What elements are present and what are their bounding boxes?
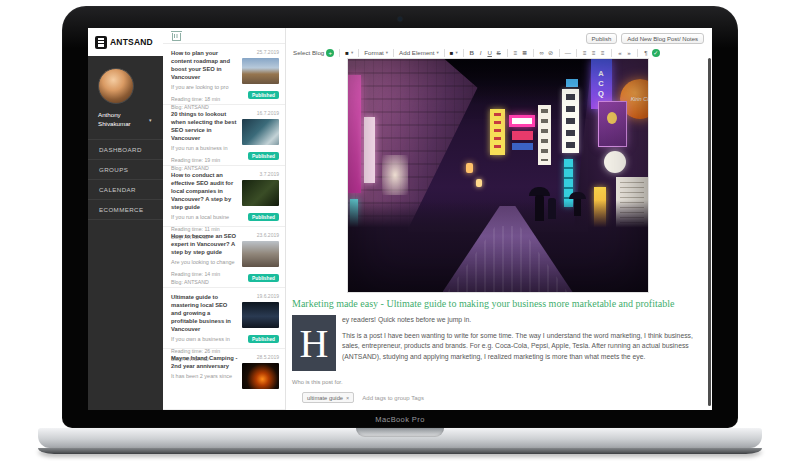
add-element-dropdown[interactable]: Add Element ▾ (399, 49, 439, 56)
post-body: H ey readers! Quick notes before we jump… (292, 315, 703, 371)
sidebar-item-ecommerce[interactable]: ECOMMERCE (88, 199, 163, 220)
tag-chip[interactable]: ultimate guide × (302, 392, 354, 403)
add-new-post-button[interactable]: Add New Blog Post/ Notes (621, 33, 704, 44)
align-left-icon[interactable]: ≡ (582, 49, 588, 56)
unlink-icon[interactable]: ⊘ (548, 49, 554, 56)
sidebar-dark-panel: Anthony Shivakumar ▾ DASHBOARD GROUPS CA… (88, 56, 163, 410)
sidebar-item-groups[interactable]: GROUPS (88, 159, 163, 179)
remove-tag-icon[interactable]: × (346, 395, 349, 401)
post-list-item[interactable]: 20 things to lookout when selecting the … (163, 105, 285, 166)
color-swatch-icon: ■ (345, 50, 349, 56)
post-thumbnail (242, 241, 279, 267)
paragraph-icon[interactable]: ¶ (643, 49, 649, 56)
chevron-down-icon: ▾ (386, 50, 388, 55)
select-blog-label: Select Blog (293, 49, 324, 56)
post-thumbnail (242, 302, 279, 328)
paragraph[interactable]: Who is this post for. (292, 379, 705, 385)
post-blog: Blog: ANTSAND (171, 278, 238, 286)
neon-sign (509, 115, 535, 127)
post-meta (171, 400, 238, 405)
sidebar-item-dashboard[interactable]: DASHBOARD (88, 139, 163, 159)
text-color-dropdown[interactable]: ■ ▾ (345, 50, 353, 56)
color-swatch-icon: ■ (450, 50, 454, 56)
tag-label: ultimate guide (307, 395, 343, 401)
underline-icon[interactable]: U (487, 49, 493, 56)
neon-sign (598, 101, 627, 147)
post-date: 3.7.2019 (260, 171, 279, 177)
post-title: 20 things to lookout when selecting the … (171, 110, 238, 142)
post-list-item[interactable]: Mayne Island Camping - 2nd year annivers… (163, 349, 285, 410)
sidebar-item-calendar[interactable]: CALENDAR (88, 179, 163, 199)
person-silhouette (548, 198, 556, 219)
sidebar: ANTSAND Anthony Shivakumar ▾ DASHBOARD G… (88, 28, 163, 410)
post-reading-time: Reading time: 14 min (171, 270, 238, 278)
bold-icon[interactable]: B (469, 49, 475, 56)
drop-cap: H (292, 315, 336, 371)
post-side: 28.5.2019 (241, 354, 279, 405)
format-dropdown[interactable]: Format ▾ (364, 49, 388, 56)
post-info: How to conduct an effective SEO audit fo… (171, 171, 241, 222)
post-thumbnail (242, 58, 279, 84)
user-menu[interactable]: Anthony Shivakumar ▾ (98, 111, 163, 129)
status-badge: Published (248, 213, 279, 221)
strikethrough-icon[interactable]: S (496, 49, 502, 56)
post-list-item[interactable]: How to become an SEO expert in Vancouver… (163, 227, 285, 288)
post-list-item[interactable]: How to plan your content roadmap and boo… (163, 44, 285, 105)
post-title: How to become an SEO expert in Vancouver… (171, 232, 238, 256)
post-date: 28.5.2019 (257, 354, 279, 360)
chevron-down-icon: ▾ (149, 117, 152, 123)
post-title: How to conduct an effective SEO audit fo… (171, 171, 238, 212)
logo[interactable]: ANTSAND (88, 28, 163, 56)
post-thumbnail (242, 180, 279, 206)
logo-text: ANTSAND (110, 37, 153, 47)
unordered-list-icon[interactable]: ≣ (522, 49, 528, 56)
post-title-heading[interactable]: Marketing made easy - Ultimate guide to … (292, 298, 705, 309)
indent-icon[interactable]: » (626, 49, 632, 56)
post-hero-image[interactable]: ACQ Kirin Ci (347, 58, 649, 293)
post-info: Ultimate guide to mastering local SEO an… (171, 293, 241, 344)
status-badge: Published (248, 91, 279, 99)
neon-sign (566, 79, 578, 87)
ordered-list-icon[interactable]: ≡ (513, 49, 519, 56)
tag-input[interactable] (360, 394, 494, 402)
vertical-sign (562, 89, 579, 153)
post-date: 23.6.2019 (257, 232, 279, 238)
trash-icon[interactable] (172, 33, 181, 41)
post-side: 23.6.2019 Published (241, 232, 279, 283)
background-color-dropdown[interactable]: ■ ▾ (450, 50, 458, 56)
post-list-item[interactable]: How to conduct an effective SEO audit fo… (163, 166, 285, 227)
macbook-mockup: ANTSAND Anthony Shivakumar ▾ DASHBOARD G… (0, 0, 800, 461)
post-info: 20 things to lookout when selecting the … (171, 110, 241, 161)
add-element-label: Add Element (399, 49, 434, 56)
post-side: 3.7.2019 Published (241, 171, 279, 222)
app-window: ANTSAND Anthony Shivakumar ▾ DASHBOARD G… (88, 28, 712, 410)
publish-button[interactable]: Publish (586, 33, 618, 44)
chevron-down-icon: ▾ (455, 50, 457, 55)
post-excerpt: It has been 2 years since (171, 373, 238, 379)
italic-icon[interactable]: I (478, 49, 484, 56)
scrollbar[interactable] (708, 58, 711, 406)
format-label: Format (364, 49, 384, 56)
post-side: 16.7.2019 Published (241, 110, 279, 161)
tags-bar: ultimate guide × (302, 392, 695, 403)
status-badge: Published (248, 274, 279, 282)
avatar[interactable] (98, 68, 134, 104)
align-center-icon[interactable]: ≡ (591, 49, 597, 56)
link-icon[interactable]: ∞ (539, 49, 545, 56)
chevron-down-icon: ▾ (351, 50, 353, 55)
post-side: 25.7.2019 Published (241, 49, 279, 100)
neon-sign (348, 75, 361, 193)
post-title: How to plan your content roadmap and boo… (171, 49, 238, 81)
post-date: 16.7.2019 (257, 110, 279, 116)
align-right-icon[interactable]: ≡ (600, 49, 606, 56)
post-side: 19.6.2019 Published (241, 293, 279, 344)
user-name: Anthony Shivakumar (98, 111, 144, 129)
paragraph[interactable]: ey readers! Quick notes before we jump i… (342, 315, 703, 326)
status-badge: Published (248, 152, 279, 160)
post-paragraphs: ey readers! Quick notes before we jump i… (342, 315, 703, 371)
horizontal-rule-icon[interactable]: — (565, 49, 571, 56)
post-reading-time: Reading time: 19 min (171, 156, 238, 164)
paragraph[interactable]: This is a post I have been wanting to wr… (342, 331, 703, 363)
post-list-item[interactable]: Ultimate guide to mastering local SEO an… (163, 288, 285, 349)
outdent-icon[interactable]: « (617, 49, 623, 56)
